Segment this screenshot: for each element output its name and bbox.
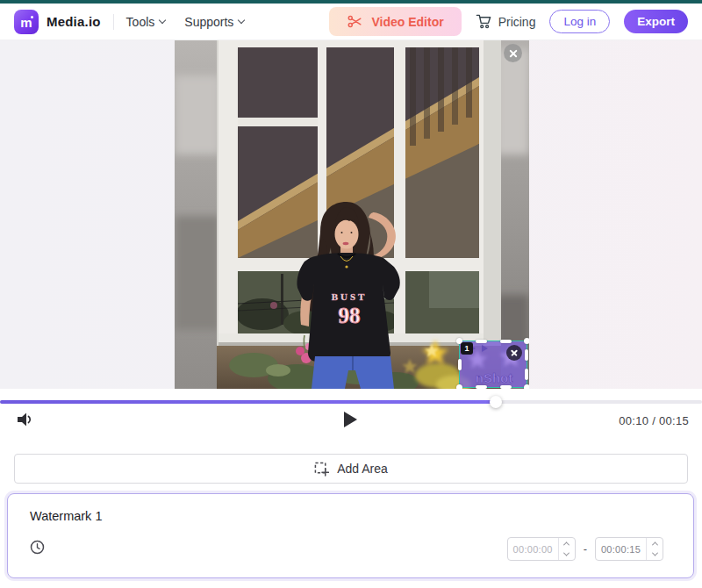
resize-handle-s[interactable] bbox=[500, 385, 512, 389]
login-button[interactable]: Log in bbox=[549, 10, 610, 33]
export-button[interactable]: Export bbox=[624, 10, 688, 33]
resize-handle-e[interactable] bbox=[525, 349, 528, 361]
resize-handle-n[interactable] bbox=[500, 340, 512, 343]
add-area-label: Add Area bbox=[337, 462, 388, 476]
speaker-icon bbox=[15, 410, 34, 429]
start-time-value[interactable]: 00:00:00 bbox=[508, 538, 558, 560]
video-editor-label: Video Editor bbox=[371, 15, 443, 29]
player-controls: 00:10 / 00:15 bbox=[0, 407, 702, 435]
brand-logo[interactable]: m Media.io bbox=[14, 10, 101, 34]
chevron-up-icon bbox=[563, 541, 569, 548]
play-button[interactable] bbox=[340, 410, 362, 431]
nav-divider bbox=[113, 14, 114, 30]
scissors-icon bbox=[347, 13, 363, 30]
navbar: m Media.io Tools Supports Video Editor bbox=[0, 4, 702, 40]
shirt-number: 98 bbox=[339, 304, 361, 327]
player-stage: BUST 98 nShot bbox=[0, 40, 702, 389]
brand-name: Media.io bbox=[47, 14, 101, 29]
watermark-panel: Watermark 1 00:00:00 - 00:00:15 bbox=[7, 493, 694, 578]
video-preview-scene: BUST 98 nShot bbox=[175, 40, 529, 389]
video-close-button[interactable] bbox=[504, 44, 522, 62]
chevron-down-icon bbox=[238, 17, 245, 24]
blurred-left-edge bbox=[175, 40, 222, 389]
selection-number-badge: 1 bbox=[461, 342, 473, 355]
chevron-down-icon bbox=[563, 550, 569, 556]
resize-handle-se[interactable] bbox=[524, 384, 529, 389]
end-time-value[interactable]: 00:00:15 bbox=[596, 538, 646, 560]
shirt-text: BUST bbox=[332, 291, 368, 302]
play-icon bbox=[343, 411, 359, 428]
time-range: 00:00:00 - 00:00:15 bbox=[507, 537, 663, 561]
chevron-down-icon bbox=[159, 17, 166, 24]
start-time-stepper bbox=[558, 538, 575, 560]
add-area-button[interactable]: Add Area bbox=[14, 454, 688, 484]
watermark-selection-box[interactable]: 1 bbox=[459, 341, 527, 388]
resize-handle-s[interactable] bbox=[476, 385, 487, 389]
step-up-button[interactable] bbox=[647, 538, 663, 549]
step-down-button[interactable] bbox=[647, 549, 663, 561]
cart-icon bbox=[476, 13, 492, 30]
time-display: 00:10 / 00:15 bbox=[619, 414, 689, 427]
seek-bar[interactable] bbox=[0, 398, 702, 406]
chevron-down-icon bbox=[651, 550, 657, 556]
resize-handle-n[interactable] bbox=[476, 340, 487, 343]
nav-item-tools[interactable]: Tools bbox=[126, 15, 166, 29]
watermark-title: Watermark 1 bbox=[30, 509, 102, 523]
clock-icon bbox=[30, 540, 45, 555]
resize-handle-e[interactable] bbox=[525, 369, 528, 380]
resize-handle-sw[interactable] bbox=[456, 384, 462, 389]
pricing-link[interactable]: Pricing bbox=[476, 13, 536, 30]
logo-letter: m bbox=[20, 16, 32, 29]
nav-item-label: Tools bbox=[126, 15, 155, 29]
pricing-label: Pricing bbox=[498, 15, 536, 29]
chevron-up-icon bbox=[651, 541, 657, 548]
mediaio-logo-icon: m bbox=[14, 10, 39, 34]
video-preview: BUST 98 nShot bbox=[175, 40, 529, 389]
navbar-right: Video Editor Pricing Log in Export bbox=[329, 7, 688, 36]
progress-fill bbox=[0, 400, 496, 404]
watermark-remover-app: m Media.io Tools Supports Video Editor bbox=[0, 0, 702, 588]
nav-item-label: Supports bbox=[184, 15, 233, 29]
progress-handle[interactable] bbox=[490, 396, 502, 408]
nav-item-supports[interactable]: Supports bbox=[184, 15, 244, 29]
step-down-button[interactable] bbox=[559, 549, 575, 561]
resize-handle-ne[interactable] bbox=[524, 338, 529, 344]
video-editor-button[interactable]: Video Editor bbox=[329, 7, 461, 36]
end-time-stepper bbox=[646, 538, 663, 560]
volume-button[interactable] bbox=[14, 410, 35, 431]
step-up-button[interactable] bbox=[559, 538, 575, 549]
add-area-icon bbox=[314, 462, 329, 477]
range-separator: - bbox=[584, 542, 587, 556]
selection-close-button[interactable] bbox=[506, 345, 522, 361]
end-time-input[interactable]: 00:00:15 bbox=[595, 537, 663, 561]
start-time-input[interactable]: 00:00:00 bbox=[507, 537, 576, 561]
resize-handle-w[interactable] bbox=[458, 359, 462, 370]
